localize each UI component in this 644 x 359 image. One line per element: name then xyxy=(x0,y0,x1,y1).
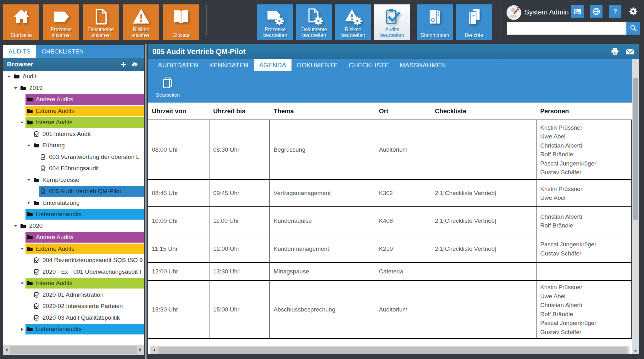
tile-glossar[interactable]: Glossar xyxy=(163,4,199,40)
tree-item-2020-01-administration[interactable]: 2020-01 Administration xyxy=(3,289,144,301)
caret-spacer xyxy=(33,189,39,194)
audit-title: 005 Audit Vertrieb QM-Pilot xyxy=(153,44,246,59)
tree-item-kernprozesse[interactable]: Kernprozesse xyxy=(3,174,144,186)
tile-dokumente-ansehen[interactable]: Dokumente ansehen xyxy=(83,4,119,40)
tab-kenndaten[interactable]: KENNDATEN xyxy=(204,59,254,71)
add-icon[interactable] xyxy=(120,61,127,68)
person-name: Gustav Schäfer xyxy=(540,249,581,258)
tree-item-bar: Lieferantenaudits xyxy=(25,324,144,334)
tree-item-f-hrung[interactable]: Führung xyxy=(3,140,144,151)
folder-icon xyxy=(27,96,33,103)
agenda-row[interactable]: 13:30 Uhr15:00 UhrAbschlussbesprechungAu… xyxy=(148,281,632,339)
tab-agenda[interactable]: AGENDA xyxy=(254,59,291,71)
tree-item-interne-audits[interactable]: Interne Audits xyxy=(3,117,144,128)
tree-item-2020-02-interessierte-parteien[interactable]: 2020-02 Interessierte Parteien xyxy=(3,300,144,312)
chevron-down-icon[interactable] xyxy=(20,281,25,285)
gear-icon[interactable] xyxy=(627,5,640,18)
folder-icon xyxy=(27,108,33,114)
chevron-down-icon[interactable] xyxy=(7,74,12,79)
main-vertical-scrollbar[interactable] xyxy=(632,59,639,354)
chevron-down-icon[interactable] xyxy=(14,224,19,228)
tree-item-lieferantenaudits[interactable]: Lieferantenaudits xyxy=(3,209,144,220)
help-icon[interactable]: ? xyxy=(609,5,621,18)
cell-von: 11:15 Uhr xyxy=(148,235,209,262)
tile-prozesse-ansehen[interactable]: Prozesse ansehen xyxy=(43,4,79,40)
main-horizontal-scrollbar[interactable] xyxy=(150,346,630,354)
tree-item-externe-audits[interactable]: Externe Audits xyxy=(3,105,144,117)
tree-item-interne-audits[interactable]: Interne Audits xyxy=(3,278,144,289)
tree-item-unterst-tzung[interactable]: Unterstützung xyxy=(3,197,144,209)
cell-von: 13:30 Uhr xyxy=(148,281,209,338)
tab-checklisten[interactable]: CHECKLISTEN xyxy=(36,45,89,58)
tile-prozesse-bearbeiten[interactable]: Prozesse bearbeiten xyxy=(257,4,293,40)
tile-risiken-ansehen[interactable]: Risiken ansehen xyxy=(123,4,159,40)
cell-personen: Kristin PrüssnerUwe Abel xyxy=(536,180,632,206)
scrollbar-thumb[interactable] xyxy=(10,346,137,354)
sidebar-horizontal-scrollbar[interactable] xyxy=(3,345,144,355)
tile-risiken-bearbeiten[interactable]: Risiken bearbeiten xyxy=(335,4,371,40)
scroll-left-icon[interactable] xyxy=(4,348,9,352)
tile-label: Dokumente ansehen xyxy=(84,27,118,38)
tree-item-andere-audits[interactable]: Andere Audits xyxy=(3,232,144,243)
tab-massnahmen[interactable]: MASSNAHMEN xyxy=(394,59,451,71)
document-icon xyxy=(83,6,119,27)
tree-item-001-internes-audit[interactable]: 001 Internes Audit xyxy=(3,128,144,140)
search-button[interactable] xyxy=(626,22,640,35)
search-input[interactable] xyxy=(507,22,626,35)
tree-item-004-rezertifizierungsaudit-sqs-iso-9[interactable]: 004 Rezertifizierungsaudit SQS ISO 9 xyxy=(3,255,144,266)
tree-item-label: 004 Führungsaudit xyxy=(49,165,99,172)
scrollbar-thumb[interactable] xyxy=(633,78,638,220)
tree-item-label: Lieferantenaudits xyxy=(36,211,82,218)
chevron-down-icon[interactable] xyxy=(14,86,19,90)
agenda-row[interactable]: 11:15 Uhr12:00 UhrKundenmanagementK2102.… xyxy=(148,235,632,263)
scrollbar-thumb[interactable] xyxy=(158,347,627,354)
chevron-right-icon[interactable] xyxy=(27,201,32,205)
tab-audits[interactable]: AUDITS xyxy=(3,45,36,58)
tree-item-005-audit-vertrieb-qm-pilot[interactable]: 005 Audit Vertrieb QM-Pilot xyxy=(3,186,144,197)
scroll-down-icon[interactable] xyxy=(633,349,638,353)
tree-item-2020[interactable]: 2020 xyxy=(3,220,144,232)
tree-item-andere-audits[interactable]: Andere Audits xyxy=(3,94,144,105)
scroll-left-icon[interactable] xyxy=(152,348,157,352)
tree-item-lieferantenaudits[interactable]: Lieferantenaudits xyxy=(3,323,144,335)
tree-item-004-f-hrungsaudit[interactable]: 004 Führungsaudit xyxy=(3,163,144,174)
chevron-down-icon[interactable] xyxy=(20,247,25,251)
tree-item-2020-ex-001-berwachungsaudit-i[interactable]: 2020 - Ex - 001 Überwachungsaudit I xyxy=(3,266,144,278)
tree-item-2019[interactable]: 2019 xyxy=(3,82,144,94)
tab-auditdaten[interactable]: AUDITDATEN xyxy=(153,59,204,71)
chevron-down-icon[interactable] xyxy=(20,120,25,125)
tab-checkliste[interactable]: CHECKLISTE xyxy=(343,59,395,71)
tree-item-audit[interactable]: Audit xyxy=(3,71,144,82)
tile-stammdaten[interactable]: Stammdaten xyxy=(417,4,453,40)
chevron-right-icon[interactable] xyxy=(20,327,25,331)
globe-icon[interactable] xyxy=(590,5,602,18)
edit-button[interactable]: Bearbeiten xyxy=(153,74,183,101)
print-icon[interactable] xyxy=(610,47,619,56)
tab-dokumente[interactable]: DOKUMENTE xyxy=(291,59,343,71)
cell-von: 10:00 Uhr xyxy=(148,207,209,235)
chevron-down-icon[interactable] xyxy=(27,143,32,148)
chevron-down-icon[interactable] xyxy=(27,178,32,182)
tree-item-bar: 005 Audit Vertrieb QM-Pilot xyxy=(39,186,144,197)
tile-berichte[interactable]: Berichte xyxy=(456,4,492,40)
tree-item-externe-audits[interactable]: Externe Audits xyxy=(3,243,144,255)
tile-startseite[interactable]: Startseite xyxy=(3,4,39,40)
panel-splitter[interactable] xyxy=(144,44,148,359)
agenda-row[interactable]: 10:00 Uhr11:00 UhrKundenaquiseK4082.1[Ch… xyxy=(148,207,632,235)
column-header-ort: Ort xyxy=(375,103,431,120)
tile-audits-bearbeiten[interactable]: Audits bearbeiten xyxy=(374,4,410,40)
badge-icon[interactable] xyxy=(571,5,584,18)
tree-item-label: 2020-01 Administration xyxy=(42,291,103,298)
top-toolbar: StartseiteProzesse ansehenDokumente anse… xyxy=(0,0,644,44)
scroll-right-icon[interactable] xyxy=(138,348,142,352)
agenda-row[interactable]: 08:00 Uhr08:30 UhrBegrüssungAuditoriumKr… xyxy=(148,120,632,180)
tree-item-2020-03-audit-qualit-tspolitik[interactable]: 2020-03 Audit Qualitätspolitik xyxy=(3,312,144,324)
agenda-row[interactable]: 08:45 Uhr09:45 UhrVertragsmanagementK302… xyxy=(148,180,632,207)
agenda-row[interactable]: 12:00 Uhr13:30 UhrMittagspauseCafeteria xyxy=(148,263,632,281)
tree-item-003-verantwortung-der-obersten-l[interactable]: 003 Verantwortung der obersten L xyxy=(3,151,144,163)
user-avatar[interactable] xyxy=(506,5,521,20)
mail-icon[interactable] xyxy=(625,47,635,56)
tile-dokumente-bearbeiten[interactable]: Dokumente bearbeiten xyxy=(296,4,332,40)
cloud-download-icon[interactable] xyxy=(131,61,139,68)
document-gear-icon xyxy=(296,6,332,27)
